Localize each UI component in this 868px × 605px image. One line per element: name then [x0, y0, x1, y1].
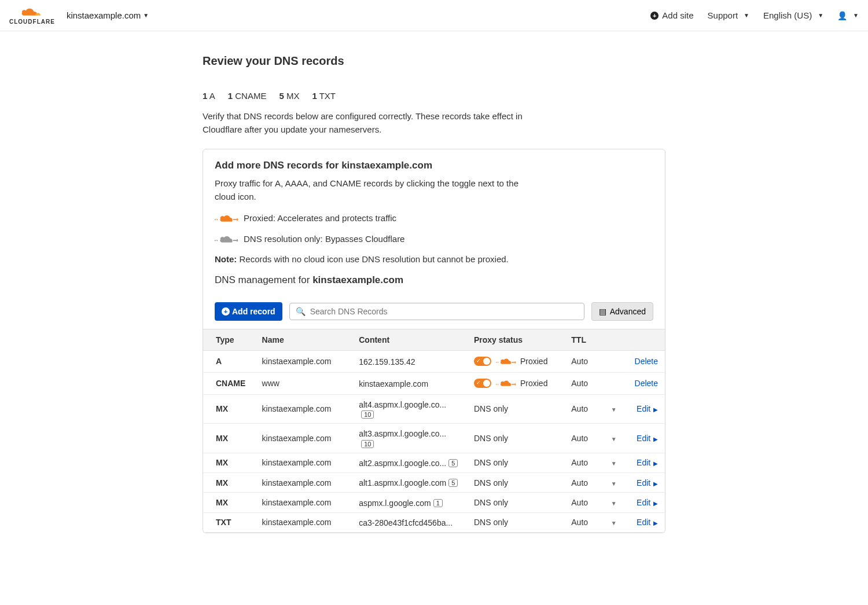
col-proxy: Proxy status	[467, 329, 564, 350]
cloud-proxied-icon	[496, 355, 516, 368]
plus-icon: +	[222, 307, 230, 316]
legend-proxied-label: Proxied: Accelerates and protects traffi…	[244, 213, 396, 223]
dns-panel: Add more DNS records for kinstaexample.c…	[203, 149, 665, 533]
advanced-button[interactable]: ▤ Advanced	[591, 302, 653, 321]
record-type: CNAME	[203, 372, 255, 394]
brand-text: CLOUDFLARE	[9, 19, 55, 25]
advanced-label: Advanced	[610, 307, 646, 316]
proxy-toggle[interactable]: ✓	[474, 357, 491, 366]
chevron-down-icon: ▼	[744, 12, 749, 19]
table-row: TXTkinstaexample.comca3-280e43f1cfcd456b…	[203, 512, 665, 532]
proxy-label: Proxied	[520, 357, 547, 366]
summary-count: 1	[312, 91, 317, 101]
record-type: MX	[203, 472, 255, 492]
language-label: English (US)	[763, 10, 812, 20]
edit-link[interactable]: Edit ▶	[637, 518, 658, 527]
proxy-label: DNS only	[474, 404, 508, 413]
site-selector-label: kinstaexample.com	[67, 10, 141, 20]
record-ttl: Auto	[564, 394, 604, 424]
record-content: alt2.aspmx.l.google.co...5	[352, 453, 467, 472]
list-icon: ▤	[599, 307, 606, 316]
summary-label: CNAME	[235, 91, 266, 101]
chevron-right-icon: ▶	[652, 436, 658, 442]
edit-link[interactable]: Edit ▶	[637, 458, 658, 467]
chevron-down-icon: ▼	[853, 12, 859, 19]
cloud-gray-icon	[215, 232, 238, 245]
chevron-right-icon: ▶	[652, 500, 658, 507]
col-ttl: TTL	[564, 329, 604, 350]
summary-item: 5 MX	[279, 91, 299, 101]
note-label: Note:	[215, 254, 237, 264]
col-ttl-dropdown	[604, 329, 624, 350]
record-type: MX	[203, 453, 255, 472]
edit-link[interactable]: Edit ▶	[637, 404, 658, 413]
search-input[interactable]	[310, 307, 578, 316]
record-name: www	[255, 372, 352, 394]
record-name: kinstaexample.com	[255, 493, 352, 512]
ttl-dropdown[interactable]: ▼	[604, 424, 624, 453]
dns-records-table: Type Name Content Proxy status TTL Akins…	[203, 329, 665, 533]
chevron-right-icon: ▶	[652, 520, 658, 526]
ttl-dropdown[interactable]: ▼	[604, 394, 624, 424]
record-type: MX	[203, 493, 255, 512]
table-row: MXkinstaexample.comalt1.aspmx.l.google.c…	[203, 472, 665, 492]
legend-proxied: Proxied: Accelerates and protects traffi…	[215, 211, 653, 224]
add-record-button[interactable]: +Add record	[215, 302, 282, 321]
mx-priority-badge: 1	[433, 499, 443, 507]
summary-label: A	[209, 91, 215, 101]
edit-link[interactable]: Edit ▶	[637, 498, 658, 507]
ttl-dropdown[interactable]: ▼	[604, 472, 624, 492]
record-name: kinstaexample.com	[255, 472, 352, 492]
summary-item: 1 CNAME	[228, 91, 267, 101]
record-ttl: Auto	[564, 453, 604, 472]
table-row: CNAMEwwwkinstaexample.com✓ProxiedAutoDel…	[203, 372, 665, 394]
record-content: aspmx.l.google.com1	[352, 493, 467, 512]
chevron-down-icon: ▼	[818, 12, 823, 19]
ttl-dropdown	[604, 372, 624, 394]
proxy-label: DNS only	[474, 434, 508, 443]
ttl-dropdown[interactable]: ▼	[604, 493, 624, 512]
record-type: A	[203, 350, 255, 372]
summary-label: MX	[286, 91, 300, 101]
edit-link[interactable]: Edit ▶	[637, 434, 658, 443]
proxy-label: Proxied	[520, 379, 547, 388]
topbar-right: + Add site Support ▼ English (US) ▼ 👤 ▼	[650, 10, 859, 20]
record-proxy-status: DNS only	[467, 424, 564, 453]
proxy-toggle[interactable]: ✓	[474, 379, 491, 388]
chevron-down-icon: ▼	[143, 12, 149, 19]
ttl-dropdown[interactable]: ▼	[604, 453, 624, 472]
mx-priority-badge: 10	[361, 410, 374, 419]
table-row: MXkinstaexample.comalt4.aspmx.l.google.c…	[203, 394, 665, 424]
page-title: Review your DNS records	[203, 54, 665, 68]
mx-priority-badge: 5	[448, 479, 458, 487]
support-menu[interactable]: Support ▼	[708, 10, 749, 20]
summary-item: 1 A	[203, 91, 215, 101]
panel-intro: Proxy traffic for A, AAAA, and CNAME rec…	[215, 177, 539, 203]
site-selector[interactable]: kinstaexample.com ▼	[67, 10, 149, 20]
record-content: alt3.aspmx.l.google.co...10	[352, 424, 467, 453]
record-content: kinstaexample.com	[352, 372, 467, 394]
delete-link[interactable]: Delete	[635, 357, 658, 366]
delete-link[interactable]: Delete	[635, 379, 658, 388]
table-header-row: Type Name Content Proxy status TTL	[203, 329, 665, 350]
chevron-down-icon: ▼	[611, 500, 617, 507]
record-proxy-status: DNS only	[467, 394, 564, 424]
edit-link[interactable]: Edit ▶	[637, 478, 658, 487]
record-name: kinstaexample.com	[255, 350, 352, 372]
chevron-down-icon: ▼	[611, 481, 617, 487]
account-menu[interactable]: 👤 ▼	[837, 11, 859, 20]
ttl-dropdown[interactable]: ▼	[604, 512, 624, 532]
legend-dns-only: DNS resolution only: Bypasses Cloudflare	[215, 232, 653, 245]
cloudflare-cloud-icon	[18, 6, 46, 17]
legend-dns-only-label: DNS resolution only: Bypasses Cloudflare	[244, 234, 404, 244]
summary-count: 1	[203, 91, 207, 101]
proxy-label: DNS only	[474, 518, 508, 527]
add-site-label: Add site	[662, 10, 693, 20]
col-action	[624, 329, 665, 350]
add-site-link[interactable]: + Add site	[650, 10, 693, 20]
search-icon: 🔍	[296, 307, 306, 316]
language-menu[interactable]: English (US) ▼	[763, 10, 823, 20]
proxy-label: DNS only	[474, 498, 508, 507]
cloudflare-logo[interactable]: CLOUDFLARE	[9, 6, 55, 25]
table-row: MXkinstaexample.comaspmx.l.google.com1DN…	[203, 493, 665, 512]
